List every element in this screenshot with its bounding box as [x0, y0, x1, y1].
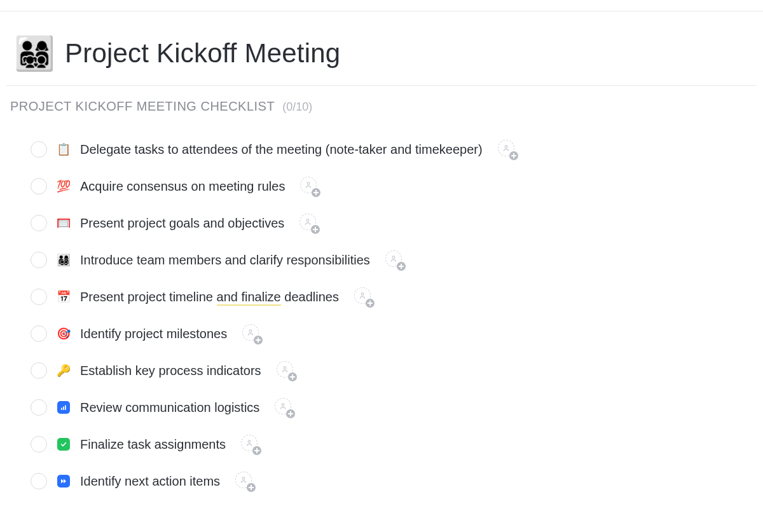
assignee-add-button[interactable]	[385, 250, 404, 269]
next-track-icon	[56, 475, 71, 488]
checklist-item[interactable]: 📋Delegate tasks to attendees of the meet…	[0, 131, 763, 168]
checkbox[interactable]	[31, 436, 47, 453]
assignee-add-button[interactable]	[241, 435, 260, 454]
plus-icon	[254, 336, 263, 344]
item-text: Acquire consensus on meeting rules	[80, 179, 285, 194]
item-text: Review communication logistics	[80, 400, 259, 415]
hundred-icon: 💯	[56, 181, 71, 192]
checkbox[interactable]	[31, 215, 47, 231]
assignee-add-button[interactable]	[354, 287, 373, 306]
svg-point-0	[505, 146, 507, 148]
svg-point-10	[282, 404, 284, 406]
svg-rect-9	[65, 406, 66, 411]
key-icon: 🔑	[56, 365, 71, 376]
checkbox[interactable]	[31, 178, 47, 194]
checklist-item[interactable]: Finalize task assignments	[0, 426, 763, 463]
assignee-add-button[interactable]	[277, 361, 296, 380]
checkbox[interactable]	[31, 141, 47, 158]
checkbox[interactable]	[31, 325, 47, 342]
checkbox[interactable]	[31, 252, 47, 268]
plus-icon	[366, 299, 375, 308]
svg-point-5	[249, 330, 252, 332]
checklist-section-header: PROJECT KICKOFF MEETING CHECKLIST (0/10)	[10, 99, 312, 114]
svg-rect-7	[61, 408, 62, 411]
family-icon: 👨‍👩‍👧‍👦	[56, 254, 71, 266]
page-header: 👨‍👩‍👧‍👦 Project Kickoff Meeting	[6, 28, 757, 86]
plus-icon	[311, 225, 320, 234]
item-text: Present project timeline and finalize de…	[80, 290, 339, 304]
svg-point-1	[308, 182, 310, 185]
checklist: 📋Delegate tasks to attendees of the meet…	[0, 131, 763, 500]
plus-icon	[312, 188, 320, 197]
checkbox[interactable]	[31, 473, 47, 489]
checkbox[interactable]	[31, 362, 47, 379]
target-icon: 🎯	[56, 328, 71, 339]
calendar-icon: 📅	[56, 291, 71, 303]
checkbox[interactable]	[31, 289, 47, 305]
item-text: Finalize task assignments	[80, 437, 226, 452]
goal-net-icon: 🥅	[56, 217, 71, 229]
plus-icon	[397, 262, 406, 271]
assignee-add-button[interactable]	[299, 214, 319, 233]
checklist-item[interactable]: 📅Present project timeline and finalize d…	[0, 278, 763, 315]
assignee-add-button[interactable]	[300, 177, 319, 196]
assignee-add-button[interactable]	[242, 324, 261, 343]
family-icon: 👨‍👩‍👧‍👦	[14, 37, 53, 70]
item-text: Introduce team members and clarify respo…	[80, 253, 370, 268]
checklist-item[interactable]: 💯Acquire consensus on meeting rules	[0, 168, 763, 205]
plus-icon	[252, 446, 261, 455]
item-text: Identify project milestones	[80, 327, 227, 341]
assignee-add-button[interactable]	[498, 140, 517, 159]
checklist-item[interactable]: Identify next action items	[0, 463, 763, 500]
item-text: Identify next action items	[80, 474, 220, 489]
bar-chart-icon	[56, 401, 71, 414]
svg-point-14	[242, 477, 245, 480]
plus-icon	[509, 151, 518, 160]
svg-point-2	[306, 219, 309, 222]
svg-point-6	[284, 367, 286, 369]
svg-point-3	[392, 256, 395, 259]
item-text: Establish key process indicators	[80, 364, 261, 378]
assignee-add-button[interactable]	[275, 398, 294, 417]
checklist-item[interactable]: 🥅Present project goals and objectives	[0, 205, 763, 242]
check-square-icon	[56, 438, 71, 451]
checklist-item[interactable]: Review communication logistics	[0, 389, 763, 426]
checklist-item[interactable]: 🔑Establish key process indicators	[0, 352, 763, 389]
plus-icon	[286, 409, 295, 418]
checkbox[interactable]	[31, 399, 47, 416]
svg-marker-13	[64, 479, 66, 484]
plus-icon	[247, 483, 256, 492]
assignee-add-button[interactable]	[235, 472, 254, 491]
checklist-item[interactable]: 👨‍👩‍👧‍👦Introduce team members and clarif…	[0, 242, 763, 278]
item-text: Delegate tasks to attendees of the meeti…	[80, 142, 483, 157]
plus-icon	[288, 372, 297, 381]
page-title: Project Kickoff Meeting	[65, 38, 340, 69]
checklist-item[interactable]: 🎯Identify project milestones	[0, 315, 763, 352]
item-text: Present project goals and objectives	[80, 216, 284, 231]
svg-point-11	[248, 440, 251, 443]
section-count: (0/10)	[282, 100, 312, 114]
section-title: PROJECT KICKOFF MEETING CHECKLIST	[10, 99, 275, 114]
clipboard-icon: 📋	[56, 144, 71, 155]
svg-point-4	[361, 293, 364, 296]
svg-marker-12	[61, 479, 64, 484]
svg-rect-8	[63, 407, 64, 411]
